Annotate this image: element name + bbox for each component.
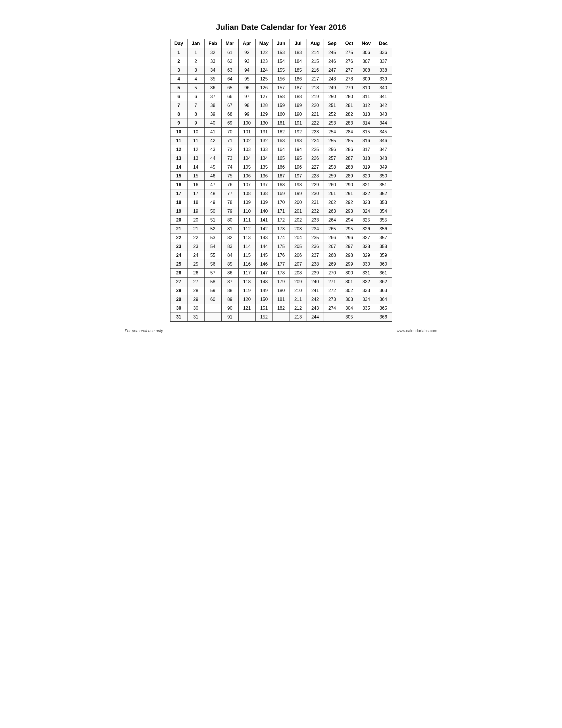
julian-value: 53	[204, 233, 221, 242]
footer-right: www.calendarlabs.com	[397, 328, 437, 333]
julian-value: 270	[323, 269, 341, 278]
day-number: 7	[170, 101, 187, 110]
julian-value: 177	[273, 260, 289, 269]
table-row: 313191152213244305366	[170, 313, 392, 322]
julian-value: 125	[256, 75, 273, 84]
julian-value: 82	[221, 233, 239, 242]
julian-value: 135	[256, 163, 273, 172]
julian-value: 279	[341, 84, 358, 92]
julian-value: 196	[289, 163, 306, 172]
julian-value: 304	[341, 304, 358, 313]
day-number: 26	[170, 269, 187, 278]
julian-value: 157	[273, 84, 289, 92]
table-row: 55366596126157187218249279310340	[170, 84, 392, 92]
julian-value: 228	[306, 172, 323, 181]
julian-value: 318	[358, 154, 375, 163]
julian-value: 118	[239, 278, 256, 286]
julian-value: 105	[239, 163, 256, 172]
julian-value: 362	[375, 278, 392, 286]
julian-value: 355	[375, 216, 392, 225]
julian-value: 328	[358, 242, 375, 251]
julian-value: 136	[256, 172, 273, 181]
julian-value: 12	[187, 145, 204, 154]
column-header-sep: Sep	[323, 39, 341, 48]
julian-value: 366	[375, 313, 392, 322]
julian-value: 167	[273, 172, 289, 181]
julian-value: 84	[221, 251, 239, 260]
julian-value: 358	[375, 242, 392, 251]
julian-value: 67	[221, 101, 239, 110]
table-row: 26265786117147178208239270300331361	[170, 269, 392, 278]
julian-value: 42	[204, 137, 221, 145]
julian-value: 283	[341, 119, 358, 128]
day-number: 30	[170, 304, 187, 313]
julian-value: 26	[187, 269, 204, 278]
table-row: 23235483114144175205236267297328358	[170, 242, 392, 251]
julian-value: 218	[306, 84, 323, 92]
julian-value: 275	[341, 48, 358, 57]
julian-value: 208	[289, 269, 306, 278]
julian-value: 27	[187, 278, 204, 286]
julian-value: 110	[239, 207, 256, 216]
julian-value: 49	[204, 198, 221, 207]
julian-value: 247	[323, 66, 341, 75]
column-header-day: Day	[170, 39, 187, 48]
julian-value: 365	[375, 304, 392, 313]
julian-value: 63	[221, 66, 239, 75]
table-row: 10104170101131162192223254284315345	[170, 128, 392, 137]
julian-value: 152	[256, 313, 273, 322]
julian-value: 138	[256, 189, 273, 198]
julian-value: 299	[341, 260, 358, 269]
julian-value: 107	[239, 181, 256, 189]
day-number: 23	[170, 242, 187, 251]
julian-value: 7	[187, 101, 204, 110]
julian-value: 20	[187, 216, 204, 225]
julian-value: 214	[306, 48, 323, 57]
julian-value: 172	[273, 216, 289, 225]
table-row: 77386798128159189220251281312342	[170, 101, 392, 110]
julian-value	[273, 313, 289, 322]
julian-value: 241	[306, 286, 323, 295]
julian-value: 139	[256, 198, 273, 207]
julian-value: 240	[306, 278, 323, 286]
column-header-aug: Aug	[306, 39, 323, 48]
julian-value: 132	[256, 137, 273, 145]
julian-value: 254	[323, 128, 341, 137]
julian-value: 321	[358, 181, 375, 189]
julian-value: 313	[358, 110, 375, 119]
julian-value: 16	[187, 181, 204, 189]
day-number: 1	[170, 48, 187, 57]
table-row: 13134473104134165195226257287318348	[170, 154, 392, 163]
julian-value: 193	[289, 137, 306, 145]
julian-value: 126	[256, 84, 273, 92]
julian-value: 70	[221, 128, 239, 137]
julian-value: 71	[221, 137, 239, 145]
julian-value: 103	[239, 145, 256, 154]
julian-value: 89	[221, 295, 239, 304]
julian-value: 34	[204, 66, 221, 75]
julian-value: 116	[239, 260, 256, 269]
julian-value: 96	[239, 84, 256, 92]
julian-value: 350	[375, 172, 392, 181]
julian-value: 112	[239, 225, 256, 233]
julian-value: 88	[221, 286, 239, 295]
day-number: 31	[170, 313, 187, 322]
column-header-oct: Oct	[341, 39, 358, 48]
julian-value: 131	[256, 128, 273, 137]
julian-value: 297	[341, 242, 358, 251]
table-row: 12124372103133164194225256286317347	[170, 145, 392, 154]
day-number: 3	[170, 66, 187, 75]
julian-value: 277	[341, 66, 358, 75]
julian-value: 65	[221, 84, 239, 92]
julian-value: 182	[273, 304, 289, 313]
julian-value: 22	[187, 233, 204, 242]
table-row: 21215281112142173203234265295326356	[170, 225, 392, 233]
julian-value: 262	[323, 198, 341, 207]
julian-value: 323	[358, 198, 375, 207]
julian-value: 230	[306, 189, 323, 198]
julian-value: 201	[289, 207, 306, 216]
day-number: 5	[170, 84, 187, 92]
julian-value: 186	[289, 75, 306, 84]
julian-value: 237	[306, 251, 323, 260]
julian-value: 278	[341, 75, 358, 84]
